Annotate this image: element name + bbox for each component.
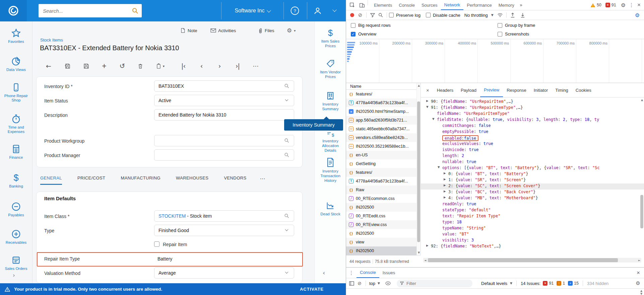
delete-button[interactable] bbox=[135, 62, 145, 70]
save-and-close-button[interactable] bbox=[62, 62, 72, 70]
sidebar-item-time-and-expenses[interactable]: Time and Expenses bbox=[0, 114, 32, 134]
network-request-row[interactable]: GetSetting bbox=[346, 159, 416, 168]
sidebar-item-data-views[interactable]: Data Views bbox=[0, 56, 32, 72]
network-request-row[interactable]: IN202500.html?timeStamp... bbox=[346, 107, 416, 116]
item-status-select[interactable] bbox=[154, 95, 294, 106]
search-icon[interactable] bbox=[132, 7, 138, 14]
drawer-tab-console[interactable]: Console bbox=[357, 268, 379, 278]
last-record-button[interactable]: ›| bbox=[233, 62, 243, 70]
tab-response[interactable]: Response bbox=[503, 83, 530, 97]
lookup-icon[interactable] bbox=[284, 138, 289, 143]
product-workgroup-input[interactable] bbox=[154, 135, 294, 146]
json-node-hovered[interactable]: ▶2: {value: "SC", text: "Screen Cover"} bbox=[421, 183, 644, 190]
copy-paste-button[interactable]: ▾ bbox=[152, 62, 168, 70]
tab-performance[interactable]: Performance bbox=[463, 0, 495, 10]
json-node[interactable]: ▶1: {value: "SR", text: "Screen"} bbox=[421, 177, 644, 183]
form-settings-button[interactable]: ⚙ ▾ bbox=[287, 27, 296, 34]
panel-item-inventory-allocation-details[interactable]: $ Inventory Allocation Details bbox=[315, 132, 346, 153]
type-select[interactable] bbox=[154, 225, 294, 236]
valuation-method-select[interactable] bbox=[154, 267, 294, 279]
disable-cache-toggle[interactable]: Disable cache bbox=[426, 13, 460, 18]
json-node-enabled-highlighted[interactable]: enabled: false bbox=[421, 135, 644, 141]
panel-collapse-chevron-icon[interactable]: ‹ bbox=[323, 269, 325, 276]
network-settings-button[interactable]: ⚙ bbox=[633, 11, 641, 19]
execution-context-select[interactable]: top ▼ bbox=[369, 281, 380, 286]
json-node[interactable]: fieldName: "UsrRepairItemType" bbox=[421, 111, 644, 117]
scroll-left-icon[interactable]: ◄ bbox=[424, 259, 427, 262]
throttling-select[interactable]: No throttling ▼ bbox=[464, 13, 494, 18]
json-node[interactable]: text: "Repair Item Type" bbox=[421, 214, 644, 220]
app-logo[interactable] bbox=[0, 0, 27, 21]
product-manager-input[interactable] bbox=[154, 149, 294, 161]
preview-scrollbar[interactable]: ▲ bbox=[640, 98, 644, 255]
json-node[interactable]: type: 18 bbox=[421, 220, 644, 226]
warnings-indicator[interactable]: 50 bbox=[590, 0, 601, 10]
devtools-settings-button[interactable]: ⚙ bbox=[621, 0, 626, 10]
tab-network[interactable]: Network bbox=[441, 0, 464, 10]
tab-timing[interactable]: Timing bbox=[552, 83, 572, 97]
activities-button[interactable]: Activities bbox=[210, 27, 236, 34]
scroll-down-icon[interactable]: ▼ bbox=[639, 292, 643, 295]
network-request-row[interactable]: vendors.c589ea5be8242b... bbox=[346, 133, 416, 142]
back-button[interactable]: ← bbox=[44, 62, 54, 70]
company-selector[interactable]: Software Inc bbox=[222, 0, 283, 21]
tab-memory[interactable]: Memory bbox=[495, 0, 518, 10]
tab-sources[interactable]: Sources bbox=[418, 0, 441, 10]
sidebar-item-receivables[interactable]: Receivables bbox=[0, 229, 32, 245]
network-request-row[interactable]: 00_RTEview.css bbox=[346, 220, 416, 229]
network-request-row[interactable]: 4778a44f36a673c123ba4f... bbox=[346, 98, 416, 107]
inspect-element-button[interactable] bbox=[349, 0, 355, 10]
sidebar-item-banking[interactable]: $ Banking bbox=[0, 173, 32, 189]
json-node[interactable]: ▶3: {value: "BC", text: "Back Cover"} bbox=[421, 190, 644, 196]
json-node[interactable]: ▶4: {value: "MB", text: "Motherboard"} bbox=[421, 196, 644, 202]
clear-network-log-button[interactable]: ⊘ bbox=[356, 11, 364, 19]
screenshots-toggle[interactable]: Screenshots bbox=[498, 31, 529, 36]
more-tabs-chevron-icon[interactable]: » bbox=[518, 0, 525, 10]
next-record-button[interactable]: › bbox=[214, 62, 224, 70]
add-record-button[interactable]: + bbox=[99, 62, 109, 70]
clear-console-button[interactable]: ⊘ bbox=[356, 279, 364, 287]
network-request-row[interactable]: 00_RTEedit.css bbox=[346, 212, 416, 220]
lookup-icon[interactable] bbox=[284, 152, 289, 157]
network-request-row-selected[interactable]: IN202500 bbox=[346, 246, 416, 255]
json-node[interactable]: isUnicode: true bbox=[421, 147, 644, 153]
tab-vendors[interactable]: VENDORS bbox=[224, 175, 246, 185]
network-request-row[interactable]: features/ bbox=[346, 168, 416, 177]
tab-manufacturing[interactable]: MANUFACTURING bbox=[121, 175, 160, 185]
preserve-log-toggle[interactable]: Preserve log bbox=[389, 13, 421, 18]
network-request-row[interactable]: 00_RTEcommon.css bbox=[346, 194, 416, 203]
sidebar-item-favorites[interactable]: Favorites bbox=[0, 28, 32, 44]
json-node[interactable]: stateType: "default" bbox=[421, 208, 644, 214]
tab-general[interactable]: GENERAL bbox=[40, 175, 62, 185]
tab-headers[interactable]: Headers bbox=[433, 83, 457, 97]
undo-button[interactable]: ↺ bbox=[117, 62, 127, 70]
more-tabs-button[interactable]: ⋯ bbox=[260, 175, 265, 185]
import-har-button[interactable] bbox=[509, 11, 517, 19]
filter-button[interactable] bbox=[369, 11, 377, 19]
network-request-row[interactable]: en-US bbox=[346, 151, 416, 159]
overview-toggle[interactable]: ✓ Overview bbox=[351, 31, 376, 36]
network-request-row[interactable]: IN202500 bbox=[346, 229, 416, 238]
panel-item-inventory-summary[interactable]: Inventory Summary bbox=[315, 91, 346, 111]
drawer-tab-issues[interactable]: Issues bbox=[379, 268, 399, 278]
scroll-up-icon[interactable]: ▲ bbox=[640, 98, 644, 101]
json-node[interactable]: readOnly: true bbox=[421, 202, 644, 208]
json-node[interactable]: ▶90: {fieldName: "UsrRepairItem",…} bbox=[421, 99, 644, 105]
breadcrumb[interactable]: Stock Items bbox=[40, 38, 63, 43]
tab-payload[interactable]: Payload bbox=[457, 83, 480, 97]
record-network-log-button[interactable] bbox=[348, 11, 356, 19]
network-request-row[interactable]: view bbox=[346, 238, 416, 246]
issues-counter[interactable]: 14 Issues: ✕ 91 ! 1 ≡ 15 bbox=[521, 281, 579, 286]
lookup-icon[interactable] bbox=[284, 213, 289, 218]
network-request-row[interactable]: static.465eebbc60a8a7347... bbox=[346, 125, 416, 133]
tab-price-cost[interactable]: PRICE/COST bbox=[77, 175, 105, 185]
network-conditions-button[interactable] bbox=[496, 11, 504, 19]
sidebar-expand-chevron-icon[interactable]: › bbox=[13, 272, 15, 279]
description-input[interactable] bbox=[154, 109, 294, 121]
json-node[interactable]: nullable: true bbox=[421, 159, 644, 165]
inventory-id-input[interactable] bbox=[154, 80, 294, 92]
first-record-button[interactable]: |‹ bbox=[178, 62, 188, 70]
close-detail-button[interactable]: × bbox=[421, 87, 433, 93]
help-button[interactable]: ? bbox=[290, 6, 300, 15]
sidebar-item-finance[interactable]: Finance bbox=[0, 144, 32, 160]
